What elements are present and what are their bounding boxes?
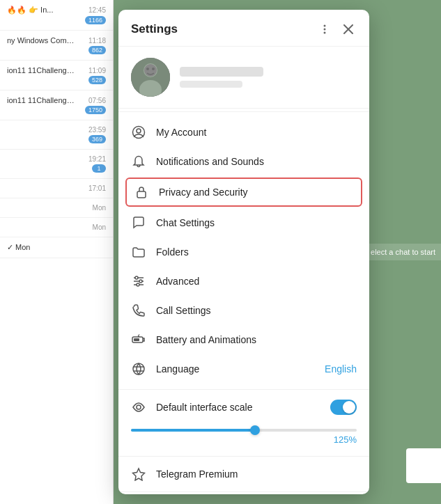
eye-icon [131,400,146,415]
dialog-header: Settings [118,10,369,47]
background: 🔥🔥 👉 In... 12:45 1166 ny Windows Comp...… [0,0,441,504]
sliders-icon [131,274,146,289]
list-item[interactable]: 23:59 369 [0,120,113,150]
close-button[interactable] [340,21,357,38]
chat-time: Mon [93,223,106,231]
menu-item-call-settings[interactable]: Call Settings [118,296,369,325]
badge: 1 [92,164,106,173]
account-icon [131,125,146,140]
menu-item-chat-settings[interactable]: Chat Settings [118,208,369,237]
menu-item-premium[interactable]: Telegram Premium [118,459,369,489]
toggle-interface-scale[interactable] [330,400,357,415]
menu-item-folders[interactable]: Folders [118,237,369,267]
profile-section[interactable] [118,47,369,109]
star-icon [131,466,146,482]
menu-item-my-account[interactable]: My Account [118,118,369,147]
menu-label: Privacy and Security [159,187,354,198]
toggle-knob [343,401,355,414]
menu-item-advanced[interactable]: Advanced [118,267,369,296]
menu-label: Telegram Premium [156,468,357,480]
chat-time: 07:56 [88,97,106,104]
slider-track[interactable] [131,429,357,432]
svg-point-0 [324,25,326,27]
list-item[interactable]: 🔥🔥 👉 In... 12:45 1166 [0,0,113,31]
slider-thumb[interactable] [250,425,260,435]
menu-item-language[interactable]: Language English [118,354,369,384]
menu-label: Notifications and Sounds [156,156,357,167]
menu-label: Language [156,363,315,375]
badge: 1750 [85,106,106,114]
slider-section: 125% [118,422,369,453]
badge: 862 [88,46,106,54]
chat-name: ion11 11Challenge... [7,96,77,104]
slider-fill [131,429,255,432]
svg-point-10 [152,68,155,70]
menu-label: Folders [156,246,357,258]
svg-point-18 [139,280,142,283]
phone-icon [131,303,146,318]
divider [118,456,369,457]
header-actions [316,21,357,38]
list-item[interactable]: 19:21 1 [0,150,113,179]
menu-section: My Account Notifications and Sounds [118,115,369,386]
list-item[interactable]: Mon [0,218,113,237]
chat-hint: elect a chat to start [365,244,441,260]
menu-label: Call Settings [156,305,357,316]
menu-label: Chat Settings [156,217,357,228]
chat-name: ion11 11Challenge... [7,66,77,74]
badge: 1166 [85,16,106,24]
language-icon [131,361,146,377]
lock-icon [134,184,149,200]
divider [118,111,369,112]
badge: 369 [88,135,106,143]
menu-label: Advanced [156,276,357,287]
divider [118,491,369,492]
svg-point-26 [137,405,141,409]
chat-time: 12:45 [88,6,106,14]
menu-label: Default interface scale [156,402,320,413]
chat-name: 🔥🔥 👉 In... [7,6,53,15]
slider-value: 125% [334,434,357,445]
list-item[interactable]: ny Windows Comp... 11:18 862 [0,31,113,61]
menu-item-privacy[interactable]: Privacy and Security [125,178,362,207]
bell-icon [131,154,146,169]
slider-label: 125% [131,434,357,445]
chat-name: ✓ Mon [7,243,30,252]
chat-name: ny Windows Comp... [7,36,77,45]
svg-point-12 [137,129,141,133]
profile-info [180,67,357,88]
profile-name-placeholder [180,67,263,77]
svg-point-23 [133,363,144,375]
list-item[interactable]: 17:01 [0,179,113,198]
menu-item-battery[interactable]: Battery and Animations [118,325,369,354]
menu-item-notifications[interactable]: Notifications and Sounds [118,147,369,176]
menu-label: Battery and Animations [156,334,357,345]
chat-icon [131,215,146,230]
svg-point-17 [135,276,138,279]
list-item[interactable]: ion11 11Challenge... 07:56 1750 [0,90,113,120]
svg-rect-21 [134,338,139,341]
chat-time: 11:09 [88,67,106,74]
chat-time: Mon [93,204,106,212]
more-button[interactable] [316,21,333,38]
list-item[interactable]: ion11 11Challenge... 11:09 528 [0,61,113,90]
battery-icon [131,332,146,347]
svg-point-2 [324,32,326,34]
svg-point-1 [324,29,326,31]
chat-list: 🔥🔥 👉 In... 12:45 1166 ny Windows Comp...… [0,0,114,504]
menu-label: My Account [156,127,357,138]
chat-time: 17:01 [88,184,106,192]
list-item[interactable]: ✓ Mon [0,237,113,258]
chat-time: 11:18 [88,37,106,45]
badge: 528 [88,76,106,84]
settings-dialog: Settings [118,10,369,494]
svg-point-9 [146,68,149,70]
chat-time: 19:21 [88,155,106,163]
menu-item-interface-scale[interactable]: Default interface scale [118,393,369,422]
svg-rect-13 [137,191,146,198]
dialog-title: Settings [131,22,178,36]
list-item[interactable]: Mon [0,198,113,218]
language-value: English [325,363,357,375]
avatar [131,58,170,97]
profile-phone-placeholder [180,81,242,88]
